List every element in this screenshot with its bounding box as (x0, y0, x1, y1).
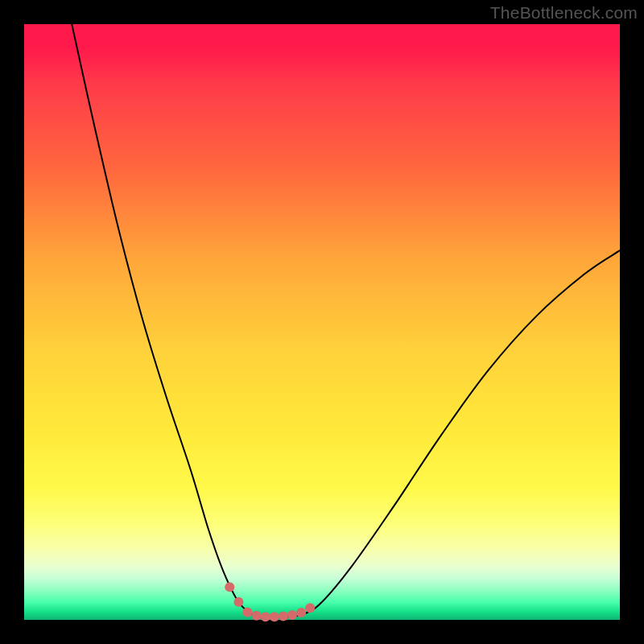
highlight-dot (233, 597, 243, 607)
highlight-dot (305, 603, 315, 613)
highlight-dot (279, 612, 288, 621)
plot-area (24, 24, 620, 620)
watermark-text: TheBottleneck.com (490, 3, 638, 23)
highlight-dot (270, 612, 279, 621)
highlight-dot (225, 582, 234, 592)
bottleneck-curve (72, 24, 620, 617)
highlight-dot (261, 612, 270, 621)
highlight-dot (296, 608, 306, 617)
chart-svg (24, 24, 620, 620)
chart-stage: TheBottleneck.com (0, 0, 644, 644)
marker-group (225, 582, 315, 621)
highlight-dot (287, 610, 297, 620)
highlight-dot (252, 611, 262, 621)
highlight-dot (243, 607, 253, 617)
